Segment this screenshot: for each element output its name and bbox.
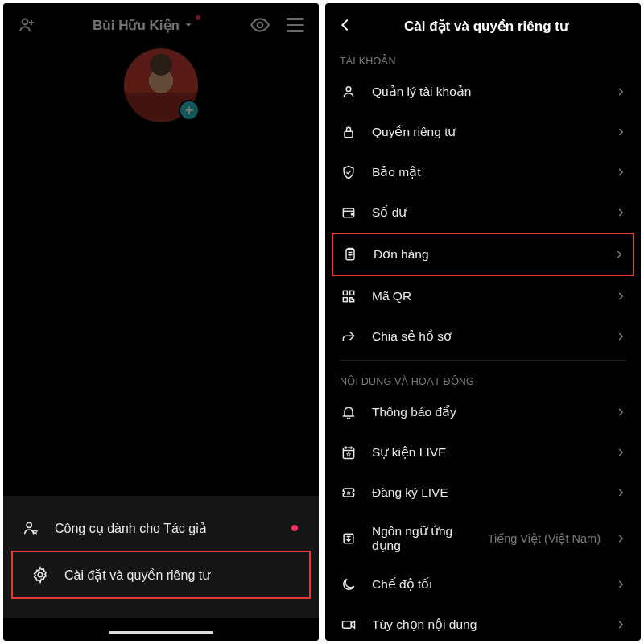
wallet-icon xyxy=(340,204,357,221)
page-title: Cài đặt và quyền riêng tư xyxy=(362,18,630,35)
moon-icon xyxy=(340,576,357,593)
row-label: Tùy chọn nội dung xyxy=(372,617,601,632)
shield-icon xyxy=(340,163,357,181)
row-label: Chế độ tối xyxy=(372,577,601,592)
row-live-subscription[interactable]: Đăng ký LIVE xyxy=(325,473,641,513)
row-value: Tiếng Việt (Việt Nam) xyxy=(488,532,601,545)
sheet-label: Công cụ dành cho Tác giả xyxy=(55,521,207,536)
row-dark-mode[interactable]: Chế độ tối xyxy=(325,564,641,605)
chevron-right-icon xyxy=(613,249,625,260)
chevron-right-icon xyxy=(615,331,626,342)
sheet-label: Cài đặt và quyền riêng tư xyxy=(64,568,210,583)
gear-icon xyxy=(31,565,50,584)
chevron-right-icon xyxy=(615,407,626,418)
row-label: Quản lý tài khoản xyxy=(372,85,601,99)
svg-point-4 xyxy=(346,87,351,92)
chevron-right-icon xyxy=(615,167,626,178)
home-indicator xyxy=(109,631,213,634)
chevron-right-icon xyxy=(615,487,626,498)
row-share-profile[interactable]: Chia sẻ hồ sơ xyxy=(325,316,641,357)
svg-rect-6 xyxy=(343,208,353,217)
row-label: Số dư xyxy=(372,205,601,220)
svg-rect-5 xyxy=(345,131,353,138)
ticket-star-icon xyxy=(340,484,357,502)
row-balance[interactable]: Số dư xyxy=(325,192,641,233)
row-label: Đơn hàng xyxy=(374,247,599,262)
left-phone-profile-screen: Bùi Hữu Kiện + xyxy=(3,3,319,641)
bottom-sheet: Công cụ dành cho Tác giả Cài đặt và quyề… xyxy=(3,496,319,618)
calendar-star-icon xyxy=(340,444,357,461)
chevron-right-icon xyxy=(615,291,626,302)
settings-list-content-activity: Thông báo đẩy Sự kiện LIVE Đăng ký LIVE … xyxy=(325,392,641,641)
row-label: Quyền riêng tư xyxy=(372,125,601,139)
divider xyxy=(340,360,626,361)
svg-point-7 xyxy=(351,213,353,215)
chevron-right-icon xyxy=(615,447,626,458)
row-label: Ngôn ngữ ứng dụng xyxy=(372,524,473,553)
row-orders[interactable]: Đơn hàng xyxy=(333,234,633,275)
sheet-item-creator-tools[interactable]: Công cụ dành cho Tác giả xyxy=(3,506,319,551)
language-icon xyxy=(340,530,357,547)
svg-rect-10 xyxy=(350,291,354,295)
qr-icon xyxy=(340,287,357,305)
chevron-right-icon xyxy=(615,86,626,97)
row-label: Chia sẻ hồ sơ xyxy=(372,329,601,344)
bell-icon xyxy=(340,403,357,421)
svg-rect-14 xyxy=(343,621,352,628)
section-header: NỘI DUNG VÀ HOẠT ĐỘNG xyxy=(325,364,641,392)
back-button[interactable] xyxy=(336,16,356,35)
right-phone-settings-screen: Cài đặt và quyền riêng tư TÀI KHOẢN Quản… xyxy=(325,3,641,641)
notification-dot-icon xyxy=(291,525,298,531)
row-manage-account[interactable]: Quản lý tài khoản xyxy=(325,72,641,112)
row-label: Sự kiện LIVE xyxy=(372,445,601,460)
highlight-box: Đơn hàng xyxy=(332,233,634,276)
row-privacy[interactable]: Quyền riêng tư xyxy=(325,112,641,152)
section-header: TÀI KHOẢN xyxy=(325,43,641,72)
chevron-right-icon xyxy=(615,533,626,544)
svg-point-2 xyxy=(27,522,31,527)
highlight-box: Cài đặt và quyền riêng tư xyxy=(11,551,311,599)
row-label: Mã QR xyxy=(372,289,601,303)
row-label: Thông báo đẩy xyxy=(372,405,601,419)
row-content-preferences[interactable]: Tùy chọn nội dung xyxy=(325,605,641,641)
share-icon xyxy=(340,328,357,345)
chevron-right-icon xyxy=(615,579,626,590)
svg-rect-9 xyxy=(343,291,347,295)
orders-icon xyxy=(341,246,359,263)
row-label: Đăng ký LIVE xyxy=(372,485,601,500)
chevron-right-icon xyxy=(615,207,626,218)
chevron-right-icon xyxy=(615,619,626,630)
row-push-notifications[interactable]: Thông báo đẩy xyxy=(325,392,641,432)
row-qr-code[interactable]: Mã QR xyxy=(325,276,641,316)
chevron-right-icon xyxy=(615,126,626,138)
svg-point-3 xyxy=(38,572,43,577)
row-live-events[interactable]: Sự kiện LIVE xyxy=(325,432,641,473)
row-app-language[interactable]: Ngôn ngữ ứng dụng Tiếng Việt (Việt Nam) xyxy=(325,513,641,564)
video-icon xyxy=(340,616,357,634)
row-label: Bảo mật xyxy=(372,165,601,180)
row-security[interactable]: Bảo mật xyxy=(325,152,641,192)
right-header: Cài đặt và quyền riêng tư xyxy=(325,3,641,43)
lock-icon xyxy=(340,123,357,141)
star-person-icon xyxy=(21,518,40,538)
sheet-item-settings-privacy[interactable]: Cài đặt và quyền riêng tư xyxy=(13,552,309,597)
svg-rect-11 xyxy=(343,298,347,302)
settings-list-account: Quản lý tài khoản Quyền riêng tư Bảo mật… xyxy=(325,72,641,357)
person-icon xyxy=(340,83,357,101)
